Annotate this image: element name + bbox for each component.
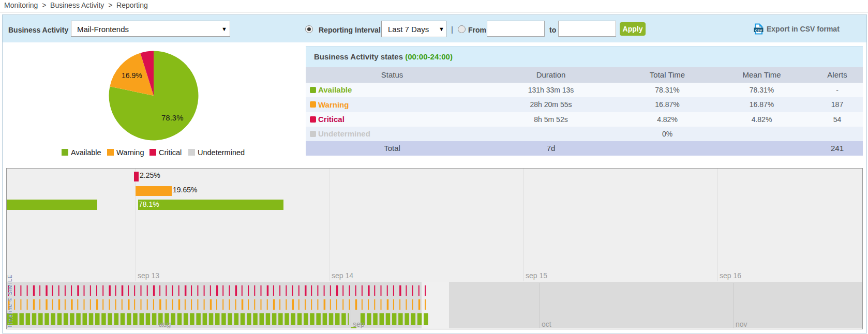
svg-text:16.9%: 16.9% [122, 71, 142, 80]
svg-text:csv: csv [755, 28, 762, 33]
svg-text:78.3%: 78.3% [161, 113, 184, 122]
